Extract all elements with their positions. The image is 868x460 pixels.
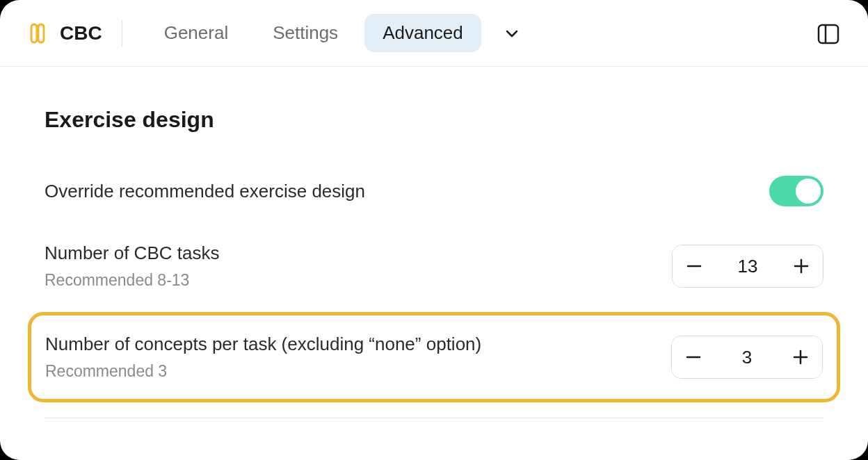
panel-toggle-button[interactable] xyxy=(815,21,842,47)
tab-settings[interactable]: Settings xyxy=(255,14,356,52)
tabs: General Settings Advanced xyxy=(146,14,527,52)
tasks-row: Number of CBC tasks Recommended 8-13 13 xyxy=(45,230,823,302)
override-label: Override recommended exercise design xyxy=(45,181,365,202)
header-bar: CBC General Settings Advanced xyxy=(0,0,868,67)
minus-icon xyxy=(684,256,704,276)
chevron-down-icon xyxy=(504,26,520,41)
svg-rect-0 xyxy=(31,24,37,42)
content-area: Exercise design Override recommended exe… xyxy=(0,67,868,418)
override-row: Override recommended exercise design xyxy=(45,163,823,219)
concepts-text: Number of concepts per task (excluding “… xyxy=(45,334,481,381)
section-title: Exercise design xyxy=(45,107,823,133)
tabs-dropdown-button[interactable] xyxy=(497,18,527,49)
tasks-text: Number of CBC tasks Recommended 8-13 xyxy=(45,243,219,290)
concepts-row-highlighted: Number of concepts per task (excluding “… xyxy=(28,312,840,402)
concepts-value[interactable]: 3 xyxy=(715,347,779,368)
plus-icon xyxy=(791,347,810,367)
panel-icon xyxy=(817,22,840,46)
header-divider xyxy=(122,20,122,47)
tasks-stepper: 13 xyxy=(672,245,823,288)
svg-rect-2 xyxy=(819,25,838,43)
app-logo-icon xyxy=(26,22,49,44)
plus-icon xyxy=(791,256,811,276)
tasks-label: Number of CBC tasks xyxy=(45,243,219,264)
app-window: CBC General Settings Advanced Exercise d… xyxy=(0,0,868,460)
app-title: CBC xyxy=(60,22,102,44)
concepts-stepper: 3 xyxy=(671,336,823,379)
tasks-value[interactable]: 13 xyxy=(716,256,780,277)
concepts-label: Number of concepts per task (excluding “… xyxy=(45,334,481,355)
tasks-hint: Recommended 8-13 xyxy=(45,271,219,290)
concepts-increment-button[interactable] xyxy=(779,336,822,379)
tasks-decrement-button[interactable] xyxy=(673,245,716,288)
svg-rect-1 xyxy=(38,24,44,42)
concepts-decrement-button[interactable] xyxy=(672,336,715,379)
tasks-increment-button[interactable] xyxy=(780,245,823,288)
concepts-hint: Recommended 3 xyxy=(45,362,481,381)
tab-advanced[interactable]: Advanced xyxy=(364,14,481,52)
override-toggle[interactable] xyxy=(769,176,823,206)
toggle-knob xyxy=(796,179,821,204)
minus-icon xyxy=(684,347,703,367)
section-divider xyxy=(45,418,823,418)
tab-general[interactable]: General xyxy=(146,14,247,52)
